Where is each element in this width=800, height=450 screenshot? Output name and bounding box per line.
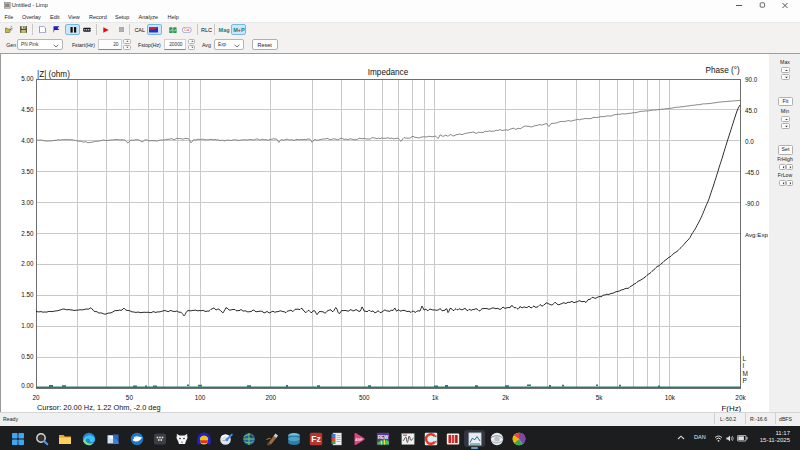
svg-text:AIMP: AIMP bbox=[355, 437, 362, 441]
svg-text:Fz: Fz bbox=[311, 434, 320, 444]
svg-text:REW: REW bbox=[378, 434, 389, 439]
svg-text:Cal: Cal bbox=[184, 28, 189, 32]
